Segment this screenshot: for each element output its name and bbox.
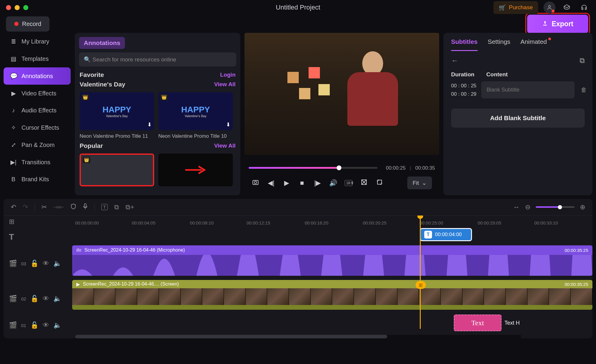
playhead[interactable] [420, 217, 421, 329]
sidebar-item-audio-effects[interactable]: ♪Audio Effects [4, 102, 71, 119]
annotations-chip[interactable]: Annotations [79, 37, 125, 49]
tab-subtitles[interactable]: Subtitles [451, 38, 478, 51]
split-handle-icon[interactable]: ]‖[ [416, 281, 426, 289]
crop-tool-icon[interactable]: ✂ [41, 203, 47, 211]
split-tool-icon[interactable]: ⇥⇤ [53, 203, 64, 211]
view-all-valentine-link[interactable]: View All [214, 81, 236, 88]
tutorial-icon[interactable] [561, 1, 573, 13]
close-window-button[interactable] [6, 5, 11, 10]
resource-card[interactable] [158, 154, 233, 186]
card-label: Neon Valentine Promo Title 10 [158, 133, 233, 139]
action-bar: Record Export [0, 15, 596, 33]
track-number: 03 [21, 261, 26, 266]
audio-clip-title: ScreenRec_2024-10-29 16-04-46 (Microphon… [84, 247, 185, 253]
sidebar-item-brand-kits[interactable]: BBrand Kits [4, 171, 71, 188]
svg-point-0 [549, 5, 551, 7]
sidebar-item-label: My Library [21, 38, 49, 45]
timeline-ruler[interactable]: 00:00:00:00 00:00:04:05 00:00:08:10 00:0… [72, 216, 592, 228]
view-all-popular-link[interactable]: View All [214, 142, 236, 149]
svg-rect-3 [377, 180, 382, 184]
subtitle-timing[interactable]: 00 : 00 : 25 00 : 00 : 29 [451, 82, 476, 98]
zoom-out-icon[interactable]: ⊖ [525, 203, 530, 211]
timeline-tracks[interactable]: 00:00:00:00 00:00:04:05 00:00:08:10 00:0… [72, 216, 592, 335]
sidebar-item-my-library[interactable]: ≣My Library [4, 33, 71, 50]
copy-icon[interactable]: ⧉ [580, 56, 585, 65]
sidebar-item-pan-zoom[interactable]: ⤢Pan & Zoom [4, 136, 71, 154]
account-icon[interactable] [544, 1, 555, 13]
mic-icon[interactable] [83, 203, 88, 211]
tab-animated[interactable]: Animated [521, 38, 547, 51]
valentine-heading: Valentine's Day [80, 81, 125, 88]
back-arrow-icon[interactable]: ← [451, 56, 458, 65]
mute-icon[interactable]: 🔈 [53, 295, 61, 303]
resource-card[interactable]: 👑 [80, 154, 154, 186]
tab-settings[interactable]: Settings [488, 38, 510, 51]
popular-heading: Popular [80, 142, 103, 149]
video-clip[interactable]: ▶ ScreenRec_2024-10-29 16-04-46.... (Scr… [72, 280, 592, 310]
subtitle-content-input[interactable] [481, 81, 575, 98]
snapshot-icon[interactable] [252, 179, 259, 188]
visibility-icon[interactable]: 👁 [43, 260, 49, 267]
add-track-icon[interactable]: ⊞ [9, 218, 14, 226]
sidebar-item-cursor-effects[interactable]: ✧Cursor Effects [4, 119, 71, 136]
preview-scrubber[interactable] [249, 167, 377, 169]
mute-icon[interactable]: 🔈 [53, 321, 61, 329]
aspect-ratio-icon[interactable]: 16:9 [345, 180, 352, 186]
crop-icon[interactable] [376, 179, 383, 187]
visibility-icon[interactable]: 👁 [43, 321, 49, 329]
subtitle-start-time: 00 : 00 : 25 [451, 82, 476, 90]
record-button[interactable]: Record [6, 16, 49, 32]
stop-icon[interactable]: ■ [298, 179, 306, 187]
track-number: 01 [21, 323, 26, 328]
minimize-window-button[interactable] [15, 5, 20, 10]
shield-icon[interactable] [71, 203, 76, 211]
search-input[interactable]: 🔍 Search for more resources online [79, 52, 236, 66]
resource-card[interactable]: 👑 HAPPYValentine's Day ⬇ Neon Valentine … [80, 92, 154, 139]
video-clip-title: ScreenRec_2024-10-29 16-04-46.... (Scree… [83, 281, 179, 287]
fit-dropdown[interactable]: Fit ⌄ [407, 176, 432, 189]
waveform-icon: ılıı [76, 247, 81, 253]
undo-icon[interactable]: ↶ [11, 203, 16, 211]
media-track-icon: 🎬 [9, 260, 17, 267]
visibility-icon[interactable]: 👁 [43, 295, 49, 303]
export-button[interactable]: Export [527, 15, 588, 33]
zoom-slider[interactable] [536, 206, 575, 208]
text-clip[interactable]: T 00:00:04:00 [420, 228, 472, 241]
duration-header: Duration [451, 71, 474, 78]
add-blank-subtitle-button[interactable]: Add Blank Subtitle [451, 109, 585, 128]
next-frame-icon[interactable]: |▶ [314, 179, 321, 187]
audio-clip[interactable]: ılıı ScreenRec_2024-10-29 16-04-46 (Micr… [72, 245, 592, 276]
resource-card[interactable]: 👑 HAPPYValentine's Day ⬇ Neon Valentine … [158, 92, 233, 139]
sidebar-item-video-effects[interactable]: ▶Video Effects [4, 85, 71, 102]
timeline-horizontal-scrollbar[interactable] [75, 335, 521, 338]
zoom-in-icon[interactable]: ⊕ [580, 203, 585, 211]
download-icon[interactable]: ⬇ [226, 121, 230, 128]
translate-icon[interactable]: ⧉+ [126, 203, 134, 211]
download-icon[interactable]: ⬇ [147, 121, 152, 128]
prev-frame-icon[interactable]: ◀| [267, 179, 275, 187]
preview-canvas[interactable] [244, 33, 439, 155]
delete-icon[interactable]: 🗑 [579, 86, 588, 93]
sidebar-item-annotations[interactable]: 💬Annotations [4, 67, 71, 85]
lock-icon[interactable]: 🔓 [30, 321, 38, 329]
purchase-button[interactable]: 🛒 Purchase [493, 1, 538, 14]
lock-icon[interactable]: 🔓 [30, 260, 38, 267]
text-overlay-clip[interactable]: Text [454, 315, 501, 331]
support-icon[interactable] [578, 1, 590, 13]
mute-icon[interactable]: 🔈 [53, 260, 61, 267]
redo-icon[interactable]: ↷ [23, 203, 28, 211]
text-tool-icon[interactable]: T [101, 204, 108, 210]
premium-crown-icon: 👑 [81, 94, 89, 100]
fullscreen-window-button[interactable] [23, 5, 28, 10]
current-time: 00:00:25 [386, 165, 405, 171]
play-icon[interactable]: ▶ [283, 179, 290, 187]
captions-icon[interactable]: ⧉ [114, 203, 119, 211]
sidebar-item-transitions[interactable]: ▶|Transitions [4, 154, 71, 171]
video-clip-icon: ▶ [76, 281, 80, 287]
fit-timeline-icon[interactable]: ↔ [513, 203, 520, 211]
login-link[interactable]: Login [220, 72, 236, 78]
lock-icon[interactable]: 🔓 [30, 295, 38, 303]
volume-icon[interactable]: 🔊 [329, 179, 337, 187]
grid-icon[interactable] [360, 179, 368, 187]
sidebar-item-templates[interactable]: ▤Templates [4, 50, 71, 67]
